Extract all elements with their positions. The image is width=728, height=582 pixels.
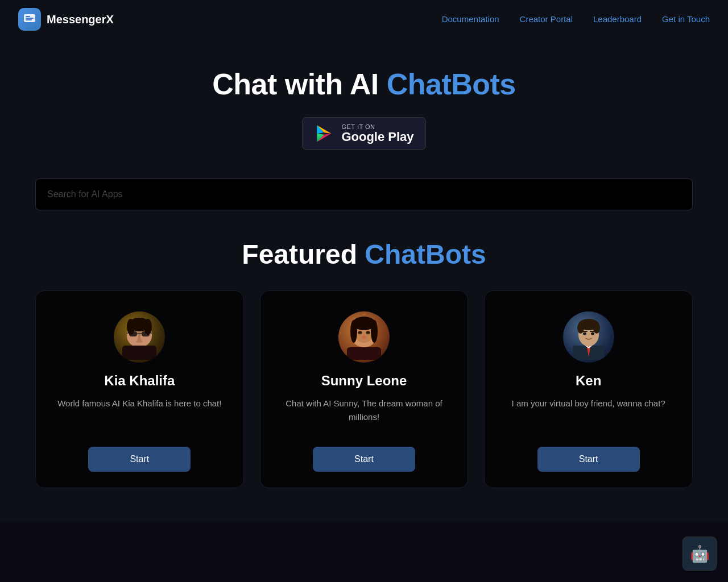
robot-icon: 🤖 [690,544,710,563]
hero-title-accent: ChatBots [387,68,516,101]
avatar-ken [563,311,614,363]
search-section [17,167,711,222]
google-play-button[interactable]: GET IT ON Google Play [302,117,425,150]
chatbot-name-kia: Kia Khalifa [104,373,175,389]
chatbot-desc-kia: World famous AI Kia Khalifa is here to c… [57,397,221,424]
chatbot-card-sunny: Sunny Leone Chat with AI Sunny, The drea… [260,290,469,488]
hero-section: Chat with AI ChatBots [0,39,728,167]
svg-rect-34 [347,347,381,360]
start-button-kia[interactable]: Start [88,447,191,472]
svg-point-22 [144,319,152,335]
svg-point-28 [371,320,378,343]
svg-point-43 [583,332,586,335]
featured-title: Featured ChatBots [35,239,693,270]
svg-point-44 [591,332,594,335]
logo-icon [18,8,41,31]
featured-section: Featured ChatBots [17,222,711,522]
featured-title-static: Featured [242,239,365,269]
chatbot-name-ken: Ken [576,373,601,389]
nav-creator-portal[interactable]: Creator Portal [520,14,573,24]
navbar: MessengerX Documentation Creator Portal … [0,0,728,39]
start-button-sunny[interactable]: Start [313,447,415,472]
nav-links: Documentation Creator Portal Leaderboard… [442,14,710,24]
robot-badge[interactable]: 🤖 [682,537,717,571]
svg-point-32 [358,331,362,334]
nav-get-in-touch[interactable]: Get in Touch [662,14,710,24]
nav-documentation[interactable]: Documentation [442,14,499,24]
svg-point-21 [127,319,135,335]
play-store-icon [314,123,334,144]
hero-title: Chat with AI ChatBots [11,67,717,101]
avatar-kia [114,311,165,363]
chatbot-desc-sunny: Chat with AI Sunny, The dream woman of m… [274,397,454,424]
svg-point-31 [362,336,366,339]
google-play-text: GET IT ON Google Play [341,123,413,144]
svg-rect-12 [122,346,156,360]
chatbot-card-kia: Kia Khalifa World famous AI Kia Khalifa … [35,290,244,488]
google-play-store-name: Google Play [341,130,413,144]
chatbot-card-ken: Ken I am your virtual boy friend, wanna … [484,290,693,488]
svg-point-27 [350,320,357,343]
svg-point-33 [366,331,370,334]
brand-name: MessengerX [47,13,114,26]
featured-title-accent: ChatBots [365,239,486,269]
search-input[interactable] [35,178,693,210]
brand-link[interactable]: MessengerX [18,8,114,31]
hero-title-static: Chat with AI [212,68,386,101]
chatbot-name-sunny: Sunny Leone [321,373,407,389]
nav-leaderboard[interactable]: Leaderboard [593,14,642,24]
chatbots-grid: Kia Khalifa World famous AI Kia Khalifa … [35,290,693,488]
chatbot-desc-ken: I am your virtual boy friend, wanna chat… [512,397,665,424]
avatar-sunny [338,311,390,363]
start-button-ken[interactable]: Start [537,447,640,472]
footer-area [0,522,728,582]
